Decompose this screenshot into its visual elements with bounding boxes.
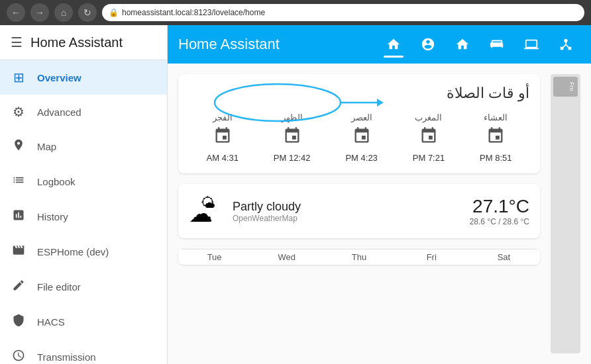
prayer-name: المغرب <box>415 113 442 122</box>
tab-home[interactable] <box>379 30 408 59</box>
list-item: الظهر 12:42 PM <box>274 113 311 163</box>
list-item: المغرب 7:21 PM <box>413 113 445 163</box>
prayer-time-value: 12:42 PM <box>274 153 311 163</box>
sidebar-item-label: Logbook <box>37 176 76 187</box>
tab-monitor[interactable] <box>517 30 546 59</box>
list-item: Tue <box>178 249 250 265</box>
home-button[interactable]: ⌂ <box>54 3 73 22</box>
sidebar-item-logbook[interactable]: Logbook <box>0 164 167 199</box>
right-panel-label: Fro <box>553 77 578 97</box>
sidebar-navigation: ⊞ Overview ⚙ Advanced Map Logbook <box>0 60 167 364</box>
overview-icon: ⊞ <box>11 69 27 85</box>
sidebar: ☰ Home Assistant ⊞ Overview ⚙ Advanced M… <box>0 25 168 364</box>
weather-icon-area: ☁ 🌤 <box>189 195 222 228</box>
prayer-name: العشاء <box>484 113 508 122</box>
prayer-time-value: 8:51 PM <box>480 153 511 163</box>
list-item: Wed <box>250 249 323 265</box>
url-text: homeassistant.local:8123/lovelace/home <box>122 8 265 17</box>
sidebar-item-transmission[interactable]: Transmission <box>0 340 167 364</box>
sidebar-title: Home Assistant <box>30 35 123 50</box>
prayer-calendar-icon <box>283 126 301 149</box>
weather-condition: Partly cloudy <box>233 200 459 214</box>
map-icon <box>11 138 27 155</box>
sidebar-item-label: History <box>37 211 68 222</box>
file-editor-icon <box>11 279 27 295</box>
tab-sofa[interactable] <box>482 30 511 59</box>
tab-network[interactable] <box>551 30 580 59</box>
sidebar-item-hacs[interactable]: HACS <box>0 304 167 340</box>
sidebar-item-overview[interactable]: ⊞ Overview <box>0 60 167 95</box>
menu-icon[interactable]: ☰ <box>11 34 23 50</box>
app-container: ☰ Home Assistant ⊞ Overview ⚙ Advanced M… <box>0 25 591 364</box>
prayer-times-grid: العشاء 8:51 PM المغرب 7:21 PM <box>189 113 529 163</box>
esphome-icon <box>11 244 27 260</box>
prayer-card: أو قات الصلاة العشاء 8:51 PM المغرب <box>178 74 540 173</box>
tab-person[interactable] <box>413 30 443 59</box>
prayer-calendar-icon <box>213 126 232 149</box>
prayer-calendar-icon <box>352 126 371 149</box>
weather-temperature: 27.1°C <box>470 196 529 217</box>
hacs-icon <box>11 314 27 330</box>
back-button[interactable]: ← <box>7 3 25 22</box>
list-item: الفجر 4:31 AM <box>207 113 239 163</box>
prayer-calendar-icon <box>419 126 438 149</box>
advanced-icon: ⚙ <box>11 104 27 120</box>
history-icon <box>11 208 27 225</box>
sidebar-item-label: Transmission <box>37 351 96 363</box>
address-bar[interactable]: 🔒 homeassistant.local:8123/lovelace/home <box>102 4 584 21</box>
prayer-time-value: 4:31 AM <box>207 153 239 163</box>
list-item: Thu <box>323 249 395 265</box>
sidebar-item-advanced[interactable]: ⚙ Advanced <box>0 95 167 129</box>
main-content: Home Assistant <box>168 25 591 364</box>
prayer-time-value: 7:21 PM <box>413 153 445 163</box>
weather-info: Partly cloudy OpenWeatherMap <box>233 200 459 223</box>
refresh-button[interactable]: ↻ <box>78 3 97 22</box>
sidebar-item-label: Advanced <box>37 107 81 118</box>
top-bar: Home Assistant <box>168 25 591 64</box>
sidebar-item-label: Map <box>37 141 56 152</box>
weather-card: ☁ 🌤 Partly cloudy OpenWeatherMap 27.1°C … <box>178 184 540 238</box>
sidebar-item-esphome[interactable]: ESPHome (dev) <box>0 234 167 269</box>
sidebar-header: ☰ Home Assistant <box>0 25 167 60</box>
browser-chrome: ← → ⌂ ↻ 🔒 homeassistant.local:8123/lovel… <box>0 0 591 25</box>
sidebar-item-label: Overview <box>37 72 81 83</box>
sun-icon: 🌤 <box>201 195 215 212</box>
tab-icons <box>379 30 580 59</box>
sidebar-item-label: File editor <box>37 281 81 293</box>
list-item: Sat <box>468 249 540 265</box>
page-title: Home Assistant <box>178 36 376 53</box>
transmission-icon <box>11 349 27 364</box>
prayer-name: الفجر <box>213 113 233 122</box>
lock-icon: 🔒 <box>109 8 119 17</box>
forecast-row: Tue Wed Thu Fri Sat <box>178 249 540 265</box>
sidebar-item-label: ESPHome (dev) <box>37 246 109 257</box>
sidebar-item-history[interactable]: History <box>0 199 167 234</box>
logbook-icon <box>11 173 27 190</box>
right-panel: Fro <box>551 74 580 353</box>
prayer-card-title: أو قات الصلاة <box>189 85 529 102</box>
prayer-calendar-icon <box>486 126 505 149</box>
list-item: العصر 4:23 PM <box>345 113 377 163</box>
weather-source: OpenWeatherMap <box>233 214 459 223</box>
sidebar-item-label: HACS <box>37 316 65 328</box>
forward-button[interactable]: → <box>30 3 49 22</box>
list-item: Fri <box>396 249 468 265</box>
sidebar-item-map[interactable]: Map <box>0 129 167 164</box>
tab-house[interactable] <box>448 30 477 59</box>
content-area: أو قات الصلاة العشاء 8:51 PM المغرب <box>168 64 591 364</box>
sidebar-item-file-editor[interactable]: File editor <box>0 269 167 304</box>
weather-range: 28.6 °C / 28.6 °C <box>470 217 529 226</box>
prayer-name: العصر <box>351 113 372 122</box>
cards-column: أو قات الصلاة العشاء 8:51 PM المغرب <box>178 74 540 353</box>
weather-temp-area: 27.1°C 28.6 °C / 28.6 °C <box>470 196 529 226</box>
prayer-name: الظهر <box>282 113 303 122</box>
prayer-time-value: 4:23 PM <box>345 153 377 163</box>
list-item: العشاء 8:51 PM <box>480 113 511 163</box>
